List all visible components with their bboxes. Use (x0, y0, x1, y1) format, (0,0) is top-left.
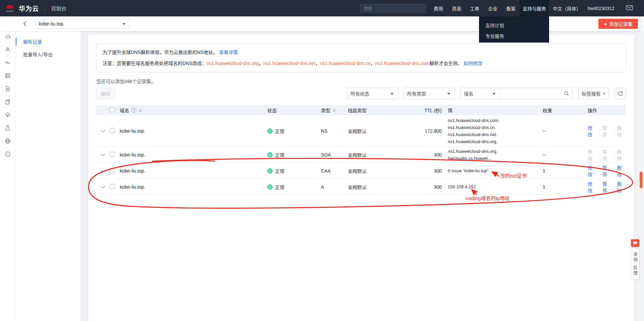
value-line: 0 issue "kobe-liu.top" (448, 167, 541, 174)
nav-item-billing[interactable]: 费用 (429, 5, 447, 12)
modify-link[interactable]: 修改 (588, 180, 597, 194)
refresh-button[interactable] (614, 88, 626, 99)
globe-icon[interactable] (4, 138, 11, 144)
chevron-down-icon (447, 93, 450, 97)
record-weight: -- (541, 152, 584, 157)
status-filter-select[interactable]: 所有状态 (347, 88, 398, 99)
expand-chevron-icon[interactable] (101, 168, 105, 172)
separator: ， (259, 61, 263, 66)
record-line-type: 全网默认 (348, 168, 403, 174)
copy-icon[interactable] (4, 99, 11, 105)
expand-chevron-icon[interactable] (101, 128, 105, 132)
tag-search-button[interactable]: 标签搜索 (578, 88, 609, 99)
modify-link[interactable]: 修改 (588, 124, 597, 138)
nav-item-support[interactable]: 支持与服务 (520, 0, 549, 16)
scrollbar-thumb[interactable] (640, 172, 643, 188)
sidebar-item-label: 批量导入/导出 (23, 51, 53, 58)
record-domain: kobe-liu.top. (120, 152, 145, 157)
sidebar-item-batch-import-export[interactable]: 批量导入/导出 (16, 48, 80, 61)
table-header-row: 域名 状态 类型 线路类型 TTL (秒) 值 权重 操作 (96, 105, 626, 115)
domain-search-combo: 域名 (460, 88, 573, 99)
vertical-scrollbar[interactable] (639, 16, 643, 321)
pause-link[interactable]: 暂停 (602, 148, 611, 162)
expand-chevron-icon[interactable] (101, 152, 105, 156)
waveform-monitor-icon[interactable] (4, 59, 11, 66)
record-actions: 修改暂停删除 (584, 164, 626, 178)
record-value: ns1.huaweicloud-dns.com. ns1.huaweicloud… (442, 117, 541, 145)
server-stack-icon[interactable] (4, 72, 11, 79)
how-to-modify-link[interactable]: 如何修改 (464, 61, 482, 66)
sidebar-item-record-sets[interactable]: 解析记录 (16, 35, 80, 48)
dns-server-3: ns1.huaweicloud-dns.cn (320, 61, 370, 66)
nav-item-tickets[interactable]: 工单 (466, 5, 484, 12)
search-icon[interactable] (564, 91, 569, 96)
service-icon-strip: IP (0, 16, 16, 321)
domain-zone-select[interactable]: kobe-liu.top. (35, 19, 129, 29)
pause-link[interactable]: 暂停 (602, 124, 611, 138)
delete-link[interactable]: 删除 (617, 164, 626, 178)
row-checkbox[interactable] (110, 168, 115, 173)
flask-icon[interactable] (4, 125, 11, 131)
delete-link[interactable]: 删除 (617, 180, 626, 194)
console-link[interactable]: 控制台 (51, 5, 66, 12)
status-filter-value: 所有状态 (351, 90, 390, 97)
support-dropdown-menu: 支持计划 专业服务 (479, 16, 549, 43)
domain-zone-value: kobe-liu.top. (35, 21, 122, 26)
row-checkbox[interactable] (110, 152, 115, 157)
search-field-value: 域名 (464, 90, 492, 97)
global-search-input[interactable] (361, 6, 426, 11)
add-record-set-button[interactable]: 添加记录集 (598, 19, 638, 29)
delete-button[interactable]: 删除 (96, 88, 115, 99)
nav-item-enterprise[interactable]: 企业 (484, 5, 502, 12)
pause-link[interactable]: 暂停 (602, 164, 611, 178)
modify-link[interactable]: 修改 (588, 148, 597, 162)
ip-icon[interactable]: IP (4, 151, 11, 157)
table-row-ns: kobe-liu.top. 正常 NS 全网默认 172,800 ns1.hua… (96, 115, 626, 147)
chevron-down-icon (492, 93, 496, 97)
view-details-link[interactable]: 查看详情 (219, 50, 238, 55)
cloud-upload-icon[interactable] (4, 112, 11, 118)
record-type: CAA (321, 168, 348, 174)
expand-chevron-icon[interactable] (101, 184, 105, 188)
select-all-checkbox[interactable] (110, 107, 115, 112)
huawei-logo-icon[interactable]: HUAWEI (5, 4, 15, 12)
row-checkbox[interactable] (110, 184, 115, 189)
messages-icon[interactable] (626, 5, 633, 12)
document-icon[interactable] (4, 85, 11, 92)
account-menu[interactable]: hw40230312 (586, 0, 616, 16)
chat-bubble-icon[interactable] (631, 239, 639, 247)
sort-icon[interactable] (139, 108, 143, 113)
row-checkbox[interactable] (110, 128, 115, 133)
users-icon[interactable] (4, 46, 11, 53)
record-weight: -- (541, 128, 584, 134)
global-search[interactable] (360, 4, 426, 13)
search-field-select[interactable]: 域名 (461, 88, 500, 99)
delete-link[interactable]: 删除 (617, 124, 626, 138)
language-switcher[interactable]: 中文（简体） (549, 0, 584, 16)
menu-item-professional-services[interactable]: 专业服务 (479, 30, 549, 41)
type-filter-select[interactable]: 所有类型 (404, 88, 455, 99)
cloud-icon[interactable] (4, 33, 11, 40)
feedback-widget: 咨询·反馈 (631, 239, 639, 279)
col-header-status: 状态 (267, 107, 277, 114)
nav-item-icp[interactable]: 备案 (502, 5, 520, 12)
plus-icon (604, 21, 607, 27)
brand-title[interactable]: 华为云 (19, 4, 39, 13)
record-actions: 修改暂停删除 (584, 180, 626, 194)
quota-remaining-text: 您还可以添加496个记录集。 (96, 78, 626, 84)
delete-link[interactable]: 删除 (617, 148, 626, 162)
modify-link[interactable]: 修改 (588, 164, 597, 178)
record-ttl: 300 (403, 184, 442, 190)
help-icon[interactable] (131, 108, 137, 113)
record-line-type: 全网默认 (348, 184, 403, 190)
type-filter-value: 所有类型 (407, 90, 447, 97)
menu-item-support-plan[interactable]: 支持计划 (479, 20, 549, 30)
value-line: ns1.huaweicloud-dns.com. (448, 117, 541, 124)
nav-item-resources[interactable]: 资源 (447, 5, 466, 12)
pause-link[interactable]: 暂停 (602, 180, 611, 194)
back-button[interactable] (23, 21, 28, 26)
search-input[interactable] (500, 91, 564, 96)
consult-feedback-button[interactable]: 咨询·反馈 (631, 248, 639, 279)
sort-icon[interactable] (332, 108, 337, 113)
record-actions: 修改暂停删除 (584, 124, 626, 138)
